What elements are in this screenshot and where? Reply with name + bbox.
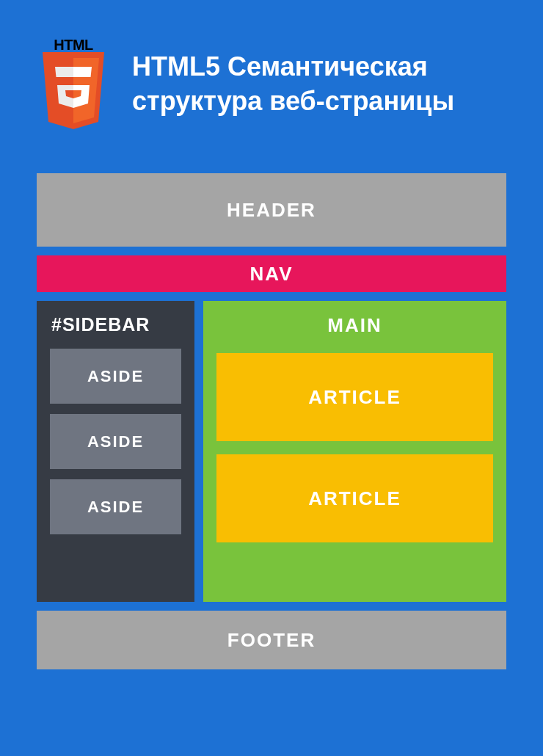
main-label: MAIN [216,314,493,337]
page-title: HTML5 Семантическая структура веб-страни… [132,37,506,119]
header-block: HEADER [37,173,506,247]
footer-block: FOOTER [37,611,506,669]
logo-html-text: HTML [54,37,93,54]
html5-shield-icon [37,52,110,137]
aside-block: ASIDE [50,479,181,534]
sidebar-label: #SIDEBAR [50,314,181,335]
html5-logo: HTML [37,37,110,137]
article-block: ARTICLE [216,353,493,441]
semantic-structure-diagram: HEADER NAV #SIDEBAR ASIDE ASIDE ASIDE MA… [37,173,506,669]
middle-row: #SIDEBAR ASIDE ASIDE ASIDE MAIN ARTICLE … [37,301,506,602]
aside-block: ASIDE [50,349,181,404]
aside-block: ASIDE [50,414,181,469]
main-block: MAIN ARTICLE ARTICLE [203,301,506,602]
sidebar-block: #SIDEBAR ASIDE ASIDE ASIDE [37,301,194,602]
nav-block: NAV [37,255,506,292]
article-block: ARTICLE [216,454,493,542]
title-row: HTML HTML5 Семантическая структура веб-с… [37,37,506,137]
